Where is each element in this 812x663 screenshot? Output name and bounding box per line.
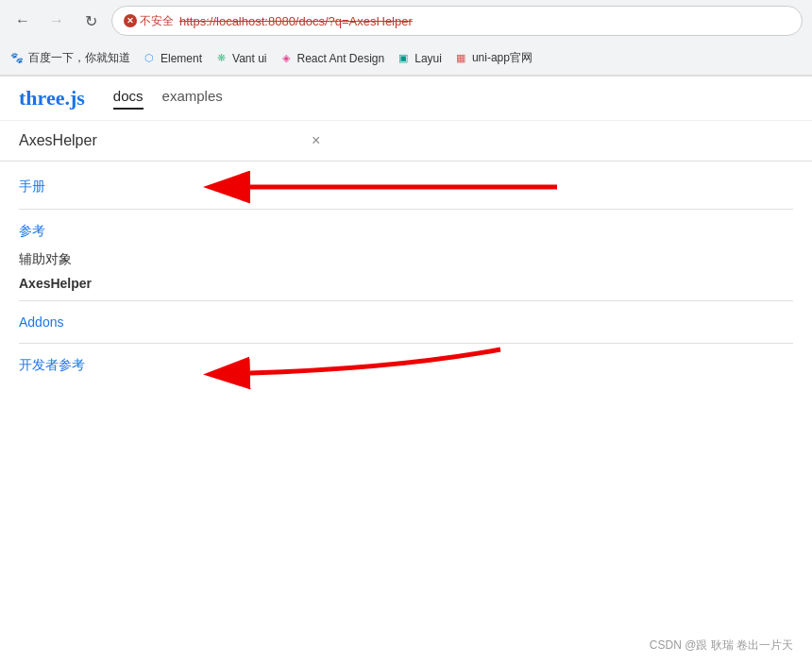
watermark: CSDN @跟 耿瑞 卷出一片天 [650, 638, 793, 654]
address-bar[interactable]: ✕ 不安全 https://localhost:8080/docs/?q=Axe… [111, 6, 803, 36]
sidebar-section-manual[interactable]: 手册 [0, 171, 812, 203]
sidebar-section-devref[interactable]: 开发者参考 [0, 349, 812, 382]
bookmark-label-element: Element [161, 52, 202, 65]
search-area: × [0, 121, 812, 162]
bookmark-element[interactable]: ⬡Element [142, 51, 202, 66]
nav-item-docs[interactable]: docs [113, 88, 144, 110]
forward-button[interactable]: → [43, 8, 70, 34]
bookmark-label-uni-app: uni-app官网 [472, 50, 533, 66]
sidebar-item-category[interactable]: 辅助对象 [0, 247, 812, 272]
refresh-button[interactable]: ↻ [77, 8, 104, 34]
bookmark-react-ant[interactable]: ◈React Ant Design [279, 51, 385, 66]
url-text: https://localhost:8080/docs/?q=AxesHelpe… [179, 14, 413, 28]
divider-manual [19, 209, 793, 210]
nav-item-examples[interactable]: examples [162, 88, 223, 110]
bookmark-vant[interactable]: ❋Vant ui [213, 51, 266, 66]
sidebar-content: 手册参考辅助对象AxesHelperAddons开发者参考 [0, 162, 812, 391]
sidebar-item-axeshelper[interactable]: AxesHelper [0, 272, 812, 295]
bookmark-layui[interactable]: ▣Layui [396, 51, 442, 66]
bookmark-baidu[interactable]: 🐾百度一下，你就知道 [9, 50, 130, 66]
bookmark-icon-layui: ▣ [396, 51, 411, 66]
browser-chrome: ← → ↻ ✕ 不安全 https://localhost:8080/docs/… [0, 0, 812, 76]
bookmark-icon-baidu: 🐾 [9, 51, 25, 66]
bookmark-icon-vant: ❋ [213, 51, 228, 66]
site-header: three.js docsexamples [0, 76, 812, 121]
insecure-label: 不安全 [140, 13, 174, 29]
site-logo[interactable]: three.js [19, 86, 85, 110]
insecure-icon: ✕ [124, 14, 137, 27]
divider-addons [19, 343, 793, 344]
bookmark-label-baidu: 百度一下，你就知道 [28, 50, 130, 66]
divider-reference [19, 300, 793, 301]
bookmark-uni-app[interactable]: ▦uni-app官网 [453, 50, 533, 66]
bookmarks-bar: 🐾百度一下，你就知道⬡Element❋Vant ui◈React Ant Des… [0, 42, 812, 76]
page-content: three.js docsexamples × 手册参考辅助对象AxesHelp… [0, 76, 812, 628]
search-input[interactable] [19, 132, 302, 149]
insecure-badge: ✕ 不安全 [124, 13, 174, 29]
back-button[interactable]: ← [9, 8, 36, 34]
bookmark-icon-uni-app: ▦ [453, 51, 468, 66]
bookmark-label-layui: Layui [414, 52, 442, 65]
site-nav: docsexamples [113, 88, 223, 110]
search-clear-button[interactable]: × [312, 132, 320, 149]
bookmark-label-react-ant: React Ant Design [297, 52, 385, 65]
sidebar-section-addons[interactable]: Addons [0, 307, 812, 337]
bookmark-label-vant: Vant ui [232, 52, 266, 65]
sidebar-section-reference[interactable]: 参考 [0, 215, 812, 247]
bookmark-icon-element: ⬡ [142, 51, 157, 66]
bookmark-icon-react-ant: ◈ [279, 51, 294, 66]
nav-bar: ← → ↻ ✕ 不安全 https://localhost:8080/docs/… [0, 0, 812, 42]
